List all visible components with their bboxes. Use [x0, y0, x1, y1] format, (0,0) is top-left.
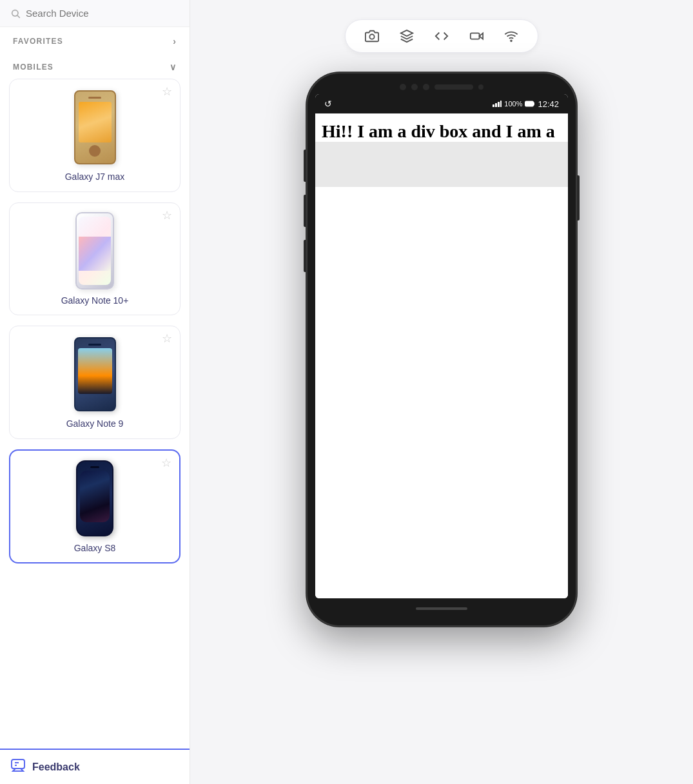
- screen-content: Hi!! I am a div box and I am a: [315, 113, 568, 598]
- favorites-chevron[interactable]: ›: [173, 36, 177, 46]
- device-card-note9[interactable]: ☆ Galaxy Note 9: [9, 326, 181, 439]
- wifi-button[interactable]: [495, 25, 527, 47]
- svg-rect-12: [498, 102, 500, 107]
- svg-rect-14: [525, 101, 534, 106]
- svg-point-9: [511, 40, 512, 41]
- device-image-note10plus: [75, 212, 114, 289]
- mobiles-section-header: MOBILES ∨: [0, 53, 190, 79]
- feedback-label: Feedback: [32, 761, 80, 773]
- mobiles-label: MOBILES: [13, 63, 54, 72]
- sensor-dot: [478, 84, 483, 90]
- feedback-bar[interactable]: Feedback: [0, 749, 190, 784]
- status-right: 100% 12:42: [493, 99, 559, 109]
- svg-rect-13: [500, 101, 502, 107]
- device-image-s8: [76, 460, 113, 537]
- phone-bottom: [315, 602, 568, 615]
- sidebar: FAVORITES › MOBILES ∨ ☆ Galaxy J7 max ☆: [0, 0, 190, 784]
- svg-marker-6: [401, 30, 413, 36]
- phone-top-bar: [315, 84, 568, 90]
- device-image-note9: [74, 335, 116, 413]
- device-list: ☆ Galaxy J7 max ☆ Galaxy Note 10+: [0, 79, 190, 749]
- search-input[interactable]: [26, 8, 179, 19]
- devtools-button[interactable]: [425, 25, 458, 47]
- svg-point-0: [12, 10, 18, 15]
- status-bar: ↺ 100% 12:42: [315, 94, 568, 113]
- div-box-gray: [315, 142, 568, 187]
- div-box-text: Hi!! I am a div box and I am a: [315, 113, 568, 142]
- svg-rect-7: [471, 33, 480, 39]
- favorite-button-j7max[interactable]: ☆: [162, 86, 172, 97]
- screenshot-button[interactable]: [356, 25, 388, 47]
- phone-frame: ↺ 100% 12:42: [306, 72, 577, 627]
- video-button[interactable]: [460, 25, 493, 47]
- home-indicator: [416, 607, 467, 610]
- inspect-button[interactable]: [391, 25, 423, 47]
- device-image-j7max: [74, 88, 116, 166]
- battery-icon: [525, 101, 535, 107]
- status-left-icon: ↺: [324, 99, 332, 109]
- feedback-icon: [10, 758, 26, 776]
- battery-text: 100%: [504, 100, 522, 108]
- favorite-button-note10plus[interactable]: ☆: [162, 210, 172, 221]
- mobiles-chevron[interactable]: ∨: [170, 62, 177, 72]
- main-content: ↺ 100% 12:42: [190, 0, 693, 784]
- camera-dot-left: [400, 84, 406, 90]
- favorites-label: FAVORITES: [13, 37, 63, 46]
- camera-dot-right: [423, 84, 429, 90]
- device-card-j7max[interactable]: ☆ Galaxy J7 max: [9, 79, 181, 192]
- svg-rect-11: [495, 103, 497, 107]
- camera-dot-main: [411, 84, 418, 90]
- device-label-s8: Galaxy S8: [74, 542, 116, 555]
- favorite-button-note9[interactable]: ☆: [162, 333, 172, 344]
- device-card-s8[interactable]: ☆ Galaxy S8: [9, 449, 181, 564]
- search-icon: [10, 8, 21, 19]
- favorite-button-s8[interactable]: ☆: [161, 457, 171, 469]
- toolbar: [345, 19, 538, 53]
- svg-line-1: [17, 15, 20, 18]
- device-label-note9: Galaxy Note 9: [66, 418, 124, 431]
- device-card-note10plus[interactable]: ☆ Galaxy Note 10+: [9, 202, 181, 316]
- svg-rect-2: [12, 760, 24, 769]
- status-time: 12:42: [538, 99, 559, 109]
- phone-screen[interactable]: ↺ 100% 12:42: [315, 94, 568, 598]
- search-bar[interactable]: [0, 0, 190, 27]
- favorites-section-header: FAVORITES ›: [0, 27, 190, 53]
- device-label-note10plus: Galaxy Note 10+: [61, 295, 129, 308]
- signal-icon: [493, 101, 502, 107]
- device-label-j7max: Galaxy J7 max: [65, 171, 125, 184]
- svg-rect-10: [493, 104, 494, 107]
- speaker-bar: [434, 84, 473, 90]
- svg-point-5: [369, 34, 374, 39]
